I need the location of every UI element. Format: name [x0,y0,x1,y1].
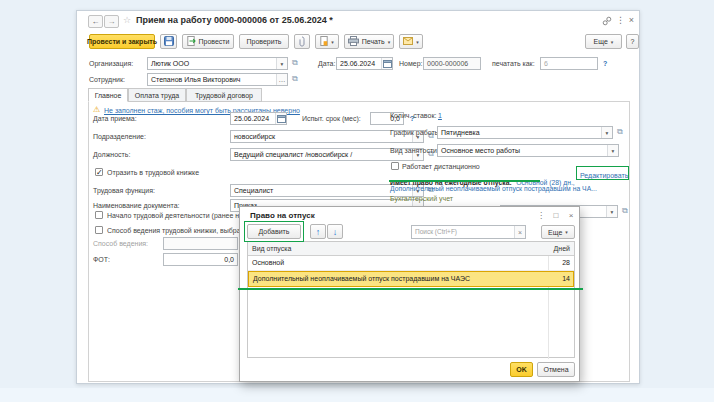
send-button[interactable]: ▾ [399,34,423,49]
chevron-down-icon: ▾ [388,39,391,45]
open-link-icon[interactable]: ⧉ [292,58,298,68]
hire-date-field[interactable]: 25.06.2024 [230,112,287,125]
table-row[interactable]: Основной 28 [248,256,574,271]
print-as-help-link[interactable]: ? [603,57,607,70]
tab-main-label: Главное [95,92,122,99]
back-button[interactable]: ← [88,15,103,28]
organization-field[interactable]: Лютик ООО ▾ [147,57,288,70]
move-up-button[interactable]: ↑ [310,224,326,239]
add-button[interactable]: Добавить [247,224,301,239]
attach-button[interactable] [294,34,310,49]
calendar-icon[interactable] [275,113,286,124]
window-close-icon[interactable]: × [627,14,636,26]
dropdown-icon[interactable]: ▾ [607,145,618,156]
department-label: Подразделение: [93,130,146,143]
save-button[interactable] [160,34,177,49]
table-row-selected[interactable]: Дополнительный неоплачиваемый отпуск пос… [248,271,574,287]
post-label: Провести [199,38,230,45]
mail-icon [403,37,413,46]
more-label: Еще [594,38,608,45]
number-value: 0000-000006 [424,58,480,69]
schedule-field[interactable]: Пятидневка ▾ [437,126,613,139]
post-and-close-button[interactable]: Провести и закрыть [89,34,155,49]
date-field[interactable]: 25.06.2024 [336,57,393,70]
dialog-more-icon[interactable]: ⋮ [536,210,546,222]
printer-icon [348,36,359,47]
create-based-on-button[interactable]: ▾ [315,34,339,49]
employment-field[interactable]: Основное место работы ▾ [437,144,619,157]
remote-work-checkbox[interactable] [391,162,399,170]
more-button[interactable]: Еще ▾ [585,34,622,49]
add-label: Добавить [259,228,290,235]
workbook-method-checkbox[interactable] [95,226,103,234]
table-header-row: Вид отпуска Дней [248,242,574,256]
dropdown-icon[interactable]: ▾ [601,127,612,138]
dropdown-icon[interactable]: ▾ [276,58,287,69]
fot-value: 0,0 [164,254,237,265]
open-link-icon[interactable]: ⧉ [622,206,628,216]
search-input[interactable]: Поиск (Ctrl+F) × [411,225,526,239]
ellipsis-icon[interactable]: … [276,74,287,85]
position-label: Должность: [93,148,130,161]
favorite-star-icon[interactable]: ☆ [123,15,131,25]
tab-contract-label: Трудовой договор [195,92,253,99]
help-button[interactable]: ? [626,34,639,49]
vacation-rights-dialog: Право на отпуск ⋮ □ × Добавить ↑ ↓ Поиск… [239,206,580,382]
arrow-down-icon: ↓ [333,227,338,237]
row-days-cell: 28 [548,256,574,270]
positions-count-link[interactable]: 1 [438,109,442,122]
post-button[interactable]: Провести [182,34,234,49]
career-start-checkbox[interactable] [95,211,103,219]
desktop: { "icons": { "back": "←", "forward": "→"… [0,0,714,402]
tab-salary[interactable]: Оплата труда [128,88,186,102]
hire-date-label: Дата приема: [93,112,137,125]
reflect-workbook-checkbox[interactable]: ✓ [95,168,103,176]
print-as-label: печатать как: [492,57,535,70]
row-days-cell: 14 [548,272,574,285]
search-placeholder: Поиск (Ctrl+F) [412,226,514,238]
calendar-icon[interactable] [381,58,392,69]
edit-vacations-link[interactable]: Редактировать [580,169,628,182]
dialog-more-button[interactable]: Еще ▾ [541,225,575,239]
chevron-down-icon: ▾ [565,229,568,235]
employee-field[interactable]: Степанов Илья Викторович … [147,73,288,86]
document-new-icon [320,36,328,47]
row-type-cell: Основной [252,256,284,270]
dialog-more-label: Еще [548,229,562,236]
ok-label: OK [516,366,527,373]
tab-main[interactable]: Главное [88,88,128,102]
positions-count-label: Колич. ставок: [390,109,436,122]
method-field[interactable] [163,237,238,250]
forward-icon: → [108,16,116,28]
accounting-group-title[interactable]: Бухгалтерский учет [390,195,453,202]
print-as-field[interactable]: 6 [540,57,598,70]
window-more-icon[interactable]: ⋮ [616,14,624,26]
header-cell-days[interactable]: Дней [548,242,574,255]
floppy-icon [164,36,174,47]
tab-contract[interactable]: Трудовой договор [186,88,262,102]
move-down-button[interactable]: ↓ [327,224,343,239]
position-value: Ведущий специалист /новосибирск / [231,149,412,160]
arrow-up-icon: ↑ [316,227,321,237]
number-field[interactable]: 0000-000006 [423,57,481,70]
fot-field[interactable]: 0,0 [163,253,238,266]
ok-button[interactable]: OK [510,362,533,377]
help-label: ? [631,38,635,45]
department-value: новосибирск [231,131,412,142]
date-value: 25.06.2024 [337,58,381,69]
get-link-icon[interactable] [602,16,612,26]
open-link-icon[interactable]: ⧉ [292,74,298,84]
cancel-button[interactable]: Отмена [537,362,575,377]
open-link-icon[interactable]: ⧉ [617,127,623,137]
clear-search-icon[interactable]: × [514,226,525,238]
dialog-close-icon[interactable]: × [566,210,576,222]
method-value [164,238,237,249]
check-button[interactable]: Проверить [239,34,289,49]
dropdown-icon[interactable]: ▾ [606,206,617,217]
header-cell-type[interactable]: Вид отпуска [252,242,291,255]
dialog-maximize-icon[interactable]: □ [551,210,561,222]
post-document-icon [187,36,196,47]
print-button[interactable]: Печать ▾ [344,34,394,49]
forward-button[interactable]: → [104,15,119,28]
organization-value: Лютик ООО [148,58,276,69]
